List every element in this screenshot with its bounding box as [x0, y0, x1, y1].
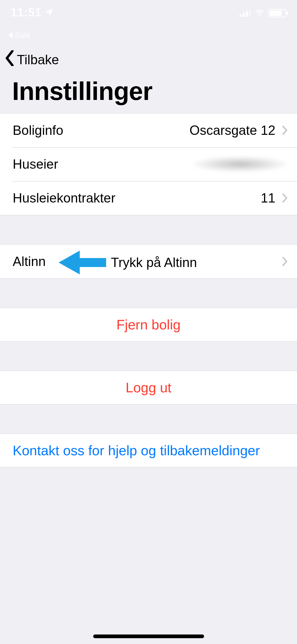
remove-property-button[interactable]: Fjern bolig: [0, 308, 297, 342]
home-indicator[interactable]: [93, 634, 204, 638]
row-boliginfo-label: Boliginfo: [13, 123, 63, 138]
row-huseier-value-redacted: [192, 156, 287, 172]
page-title: Innstillinger: [5, 72, 292, 113]
back-button-label: Tilbake: [17, 52, 59, 67]
status-time-text: 11:51: [11, 6, 42, 19]
row-huseier[interactable]: Huseier: [0, 147, 297, 181]
status-icons: [239, 7, 286, 19]
row-altinn[interactable]: Altinn: [0, 245, 297, 278]
remove-property-label: Fjern bolig: [116, 317, 181, 333]
nav-header: Tilbake Innstillinger: [0, 42, 297, 113]
chevron-left-icon: [5, 50, 15, 69]
section-spacer: [0, 279, 297, 308]
settings-group-property: Boliginfo Oscarsgate 12 Huseier Husleiek…: [0, 113, 297, 215]
section-spacer: [0, 404, 297, 434]
contact-support-button[interactable]: Kontakt oss for hjelp og tilbakemeldinge…: [0, 434, 297, 467]
chevron-right-icon: [282, 125, 287, 135]
chevron-right-icon: [282, 193, 287, 203]
row-boliginfo-value: Oscarsgate 12: [190, 123, 275, 138]
logout-label: Logg ut: [126, 380, 172, 395]
back-button[interactable]: Tilbake: [5, 47, 292, 72]
row-huseier-label: Huseier: [13, 157, 58, 172]
battery-icon: [268, 9, 286, 17]
cellular-signal-icon: [239, 10, 251, 17]
row-husleiekontrakter[interactable]: Husleiekontrakter 11: [0, 181, 297, 215]
row-altinn-label: Altinn: [13, 254, 46, 269]
section-spacer: [0, 215, 297, 244]
row-husleie-value: 11: [261, 190, 275, 206]
breadcrumb-label: Søk: [15, 30, 31, 40]
status-bar: 11:51: [0, 0, 297, 29]
row-husleie-label: Husleiekontrakter: [13, 190, 115, 206]
row-boliginfo[interactable]: Boliginfo Oscarsgate 12: [0, 113, 297, 147]
settings-group-altinn: Altinn: [0, 244, 297, 279]
contact-support-label: Kontakt oss for hjelp og tilbakemeldinge…: [13, 443, 260, 458]
wifi-icon: [254, 7, 265, 19]
breadcrumb-return-app[interactable]: Søk: [0, 29, 297, 42]
logout-button[interactable]: Logg ut: [0, 371, 297, 404]
chevron-right-icon: [282, 256, 287, 266]
status-time: 11:51: [11, 6, 54, 19]
location-arrow-icon: [45, 6, 54, 19]
section-spacer: [0, 342, 297, 371]
back-triangle-icon: [8, 32, 13, 38]
